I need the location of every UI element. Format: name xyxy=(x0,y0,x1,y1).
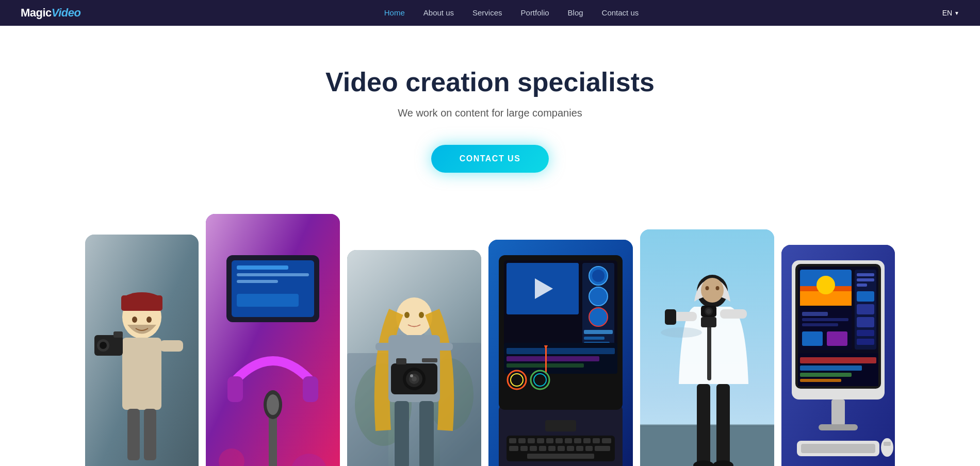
image-gallery xyxy=(0,214,980,466)
svg-rect-144 xyxy=(802,312,828,316)
svg-rect-93 xyxy=(507,356,599,361)
svg-rect-39 xyxy=(437,343,453,351)
svg-rect-20 xyxy=(237,280,278,283)
svg-rect-73 xyxy=(576,446,583,451)
nav-link-blog[interactable]: Blog xyxy=(568,8,583,17)
svg-rect-55 xyxy=(509,438,516,443)
svg-rect-72 xyxy=(567,446,574,451)
svg-rect-107 xyxy=(665,309,676,325)
svg-rect-59 xyxy=(546,438,553,443)
svg-rect-46 xyxy=(396,358,406,364)
svg-rect-145 xyxy=(802,318,848,321)
svg-rect-154 xyxy=(884,442,891,446)
nav-item-portfolio[interactable]: Portfolio xyxy=(521,8,549,18)
svg-rect-77 xyxy=(545,420,576,431)
svg-rect-148 xyxy=(827,331,847,346)
svg-rect-109 xyxy=(701,317,716,327)
svg-rect-57 xyxy=(528,438,535,443)
nav-link-services[interactable]: Services xyxy=(472,8,502,17)
nav-link-contact[interactable]: Contact us xyxy=(602,8,639,17)
nav-link-portfolio[interactable]: Portfolio xyxy=(521,8,549,17)
svg-rect-114 xyxy=(716,384,730,466)
svg-rect-68 xyxy=(530,446,537,451)
svg-rect-129 xyxy=(800,379,841,382)
svg-rect-70 xyxy=(548,446,556,451)
language-selector[interactable]: EN ▼ xyxy=(942,9,959,17)
svg-point-14 xyxy=(146,317,152,323)
svg-point-153 xyxy=(881,438,893,457)
svg-rect-147 xyxy=(802,331,823,346)
svg-rect-113 xyxy=(697,384,710,466)
svg-rect-50 xyxy=(395,401,409,466)
svg-rect-137 xyxy=(857,284,867,287)
svg-point-87 xyxy=(589,308,608,326)
gallery-card-6 xyxy=(781,245,895,466)
svg-rect-142 xyxy=(857,339,874,345)
svg-rect-69 xyxy=(539,446,546,451)
svg-rect-63 xyxy=(583,438,591,443)
svg-rect-76 xyxy=(527,454,594,459)
svg-rect-106 xyxy=(720,309,747,319)
svg-rect-89 xyxy=(584,337,605,340)
gallery-card-1 xyxy=(85,235,199,466)
logo-magic: Magic xyxy=(21,6,52,20)
svg-rect-12 xyxy=(144,409,156,460)
nav-item-blog[interactable]: Blog xyxy=(568,8,583,18)
cameraman-illustration xyxy=(85,235,199,466)
nav-link-about[interactable]: About us xyxy=(423,8,454,17)
svg-rect-19 xyxy=(237,273,309,276)
svg-point-85 xyxy=(592,270,605,282)
imac-editing-illustration xyxy=(781,245,895,466)
nav-item-contact[interactable]: Contact us xyxy=(602,8,639,18)
svg-rect-92 xyxy=(507,348,615,354)
svg-rect-22 xyxy=(227,376,243,402)
svg-rect-10 xyxy=(113,331,123,338)
editing-software-illustration xyxy=(488,240,633,466)
svg-rect-4 xyxy=(122,338,161,410)
svg-rect-141 xyxy=(857,330,874,336)
svg-rect-152 xyxy=(801,444,875,453)
svg-rect-71 xyxy=(558,446,565,451)
hero-text-block: Video creation specialists We work on co… xyxy=(315,26,665,198)
gallery-card-3 xyxy=(347,250,481,466)
svg-rect-21 xyxy=(237,294,299,307)
language-label: EN xyxy=(942,9,952,17)
svg-rect-47 xyxy=(422,358,437,362)
hero-subtitle: We work on content for large companies xyxy=(325,107,655,119)
svg-rect-38 xyxy=(375,343,391,351)
svg-rect-67 xyxy=(520,446,528,451)
svg-rect-108 xyxy=(707,319,711,380)
gallery-card-5 xyxy=(640,229,774,466)
logo[interactable]: MagicVideo xyxy=(21,6,80,20)
svg-point-26 xyxy=(267,394,279,415)
nav-item-home[interactable]: Home xyxy=(384,8,405,18)
svg-point-86 xyxy=(589,287,608,306)
svg-point-119 xyxy=(716,286,720,290)
svg-point-45 xyxy=(410,374,413,377)
nav-item-about[interactable]: About us xyxy=(423,8,454,18)
svg-point-9 xyxy=(100,342,107,349)
outdoor-filming-illustration xyxy=(640,229,774,466)
svg-rect-18 xyxy=(237,265,288,270)
svg-rect-88 xyxy=(584,330,613,334)
svg-rect-62 xyxy=(574,438,581,443)
svg-rect-140 xyxy=(857,317,874,327)
svg-rect-60 xyxy=(556,438,563,443)
svg-rect-136 xyxy=(857,278,874,281)
contact-us-button[interactable]: CONTACT US xyxy=(431,145,549,173)
svg-point-117 xyxy=(701,278,724,303)
chevron-down-icon: ▼ xyxy=(954,10,959,16)
svg-rect-61 xyxy=(565,438,572,443)
woman-camera-illustration xyxy=(347,250,481,466)
svg-rect-126 xyxy=(800,357,876,363)
svg-rect-3 xyxy=(121,295,162,311)
svg-point-13 xyxy=(132,317,137,323)
svg-point-118 xyxy=(706,286,709,290)
svg-rect-127 xyxy=(800,365,862,371)
svg-rect-66 xyxy=(509,446,518,451)
svg-point-48 xyxy=(404,312,410,318)
svg-rect-135 xyxy=(857,273,874,276)
nav-link-home[interactable]: Home xyxy=(384,8,405,17)
nav-item-services[interactable]: Services xyxy=(472,8,502,18)
hero-section: Video creation specialists We work on co… xyxy=(0,0,980,466)
